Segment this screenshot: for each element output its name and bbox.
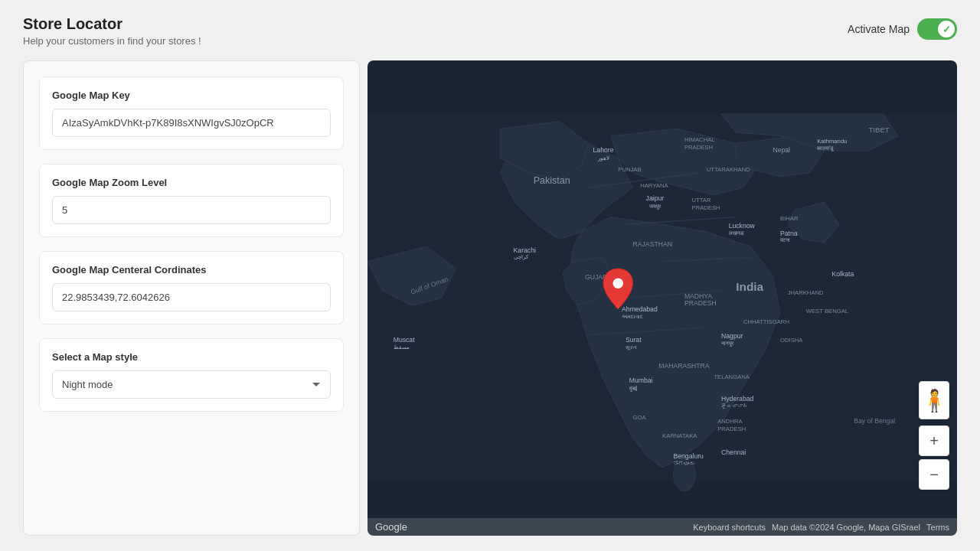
zoom-level-section: Google Map Zoom Level (39, 164, 344, 237)
svg-text:Pakistan: Pakistan (534, 175, 570, 186)
svg-point-64 (613, 279, 623, 289)
svg-text:PUNJAB: PUNJAB (618, 166, 641, 173)
map-controls: 🧍 + − (919, 381, 949, 490)
svg-text:PRADESH: PRADESH (684, 299, 717, 307)
svg-text:जयपुर: जयपुर (648, 204, 662, 210)
svg-text:لاهور: لاهور (597, 155, 609, 161)
svg-text:PRADESH: PRADESH (717, 425, 746, 432)
activate-map-toggle[interactable]: ✓ (917, 18, 957, 40)
svg-text:Patna: Patna (780, 230, 798, 237)
svg-text:ANDHRA: ANDHRA (717, 418, 743, 425)
svg-text:Nagpur: Nagpur (721, 332, 743, 340)
svg-text:WEST BENGAL: WEST BENGAL (806, 308, 849, 315)
svg-text:GOA: GOA (633, 414, 647, 421)
svg-text:PRADESH: PRADESH (692, 204, 720, 211)
svg-text:Kolkata: Kolkata (831, 270, 854, 278)
map-footer-links: Keyboard shortcuts Map data ©2024 Google… (693, 523, 949, 532)
svg-text:BIHAR: BIHAR (780, 215, 799, 222)
svg-text:MADHYA: MADHYA (684, 292, 713, 300)
svg-text:Nepal: Nepal (773, 146, 790, 154)
svg-text:Muscat: Muscat (394, 336, 415, 344)
map-style-label: Select a Map style (52, 351, 331, 363)
svg-text:Bengaluru: Bengaluru (673, 452, 704, 460)
page-subtitle: Help your customers in find your stores … (23, 35, 201, 47)
svg-text:کراچی: کراچی (514, 254, 529, 260)
center-coords-section: Google Map Centeral Cordinates (39, 251, 344, 324)
svg-text:Jaipur: Jaipur (646, 194, 665, 202)
svg-text:TIBET: TIBET (869, 126, 890, 134)
zoom-in-button[interactable]: + (919, 425, 949, 456)
center-coords-label: Google Map Centeral Cordinates (52, 264, 331, 276)
svg-text:मुंबई: मुंबई (629, 385, 638, 392)
svg-text:HARYANA: HARYANA (640, 182, 668, 189)
svg-text:India: India (736, 280, 763, 293)
svg-text:JHARKHAND: JHARKHAND (788, 289, 824, 296)
zoom-out-button[interactable]: − (919, 459, 949, 490)
svg-text:Surat: Surat (626, 336, 642, 344)
google-map-key-input[interactable] (52, 109, 331, 137)
left-panel: Google Map Key Google Map Zoom Level Goo… (23, 60, 360, 536)
svg-text:MAHARASHTRA: MAHARASHTRA (658, 362, 710, 370)
svg-text:Mumbai: Mumbai (629, 377, 653, 384)
street-view-button[interactable]: 🧍 (919, 381, 949, 419)
svg-text:लखनऊ: लखनऊ (728, 230, 744, 236)
zoom-level-input[interactable] (52, 196, 331, 224)
map-container: Pakistan Lahore لاهور Karachi کراچی Jaip… (368, 60, 957, 536)
toggle-check-icon: ✓ (942, 24, 951, 35)
svg-text:Karachi: Karachi (514, 246, 536, 254)
keyboard-shortcuts-link[interactable]: Keyboard shortcuts (693, 523, 766, 532)
minus-icon: − (929, 466, 939, 484)
activate-map-label: Activate Map (848, 23, 910, 35)
svg-text:સૂરત: સૂરત (626, 344, 637, 350)
form-container: Google Map Key Google Map Zoom Level Goo… (24, 61, 359, 535)
terms-link[interactable]: Terms (926, 523, 949, 532)
map-style-section: Select a Map style Night mode Standard S… (39, 338, 344, 412)
svg-text:హైదరాబాద్: హైదరాబాద్ (721, 403, 748, 409)
svg-text:PRADESH: PRADESH (684, 144, 713, 151)
svg-text:नागपुर: नागपुर (720, 341, 734, 347)
svg-text:અમદાવાદ: અમદાવાદ (622, 314, 643, 319)
svg-text:Hyderabad: Hyderabad (721, 395, 754, 403)
header: Store Locator Help your customers in fin… (23, 15, 957, 47)
svg-text:ಬೆಂಗಳೂರು: ಬೆಂಗಳೂರು (673, 461, 694, 466)
svg-text:RAJASTHAN: RAJASTHAN (633, 240, 672, 248)
center-coords-input[interactable] (52, 283, 331, 311)
google-map-key-section: Google Map Key (39, 77, 344, 150)
svg-text:ODISHA: ODISHA (780, 337, 803, 344)
svg-text:Kathmandu: Kathmandu (817, 138, 847, 145)
svg-text:Ahmedabad: Ahmedabad (622, 305, 658, 313)
svg-text:TELANGANA: TELANGANA (714, 373, 750, 380)
map-data-text: Map data ©2024 Google, Mapa GISrael (772, 523, 920, 532)
svg-text:CHHATTISGARH: CHHATTISGARH (743, 318, 789, 325)
person-icon: 🧍 (921, 388, 948, 413)
map-style-select[interactable]: Night mode Standard Satellite Terrain (52, 370, 331, 399)
google-map-key-label: Google Map Key (52, 90, 331, 101)
map-footer: Google Keyboard shortcuts Map data ©2024… (368, 518, 957, 536)
svg-text:Bay of Bengal: Bay of Bengal (854, 417, 895, 425)
svg-text:पटना: पटना (779, 237, 790, 243)
svg-text:HIMACHAL: HIMACHAL (684, 136, 715, 143)
main-content: Google Map Key Google Map Zoom Level Goo… (23, 60, 957, 536)
svg-text:Lahore: Lahore (593, 146, 614, 154)
svg-text:Chennai: Chennai (721, 448, 746, 456)
svg-text:काठमांडू: काठमांडू (816, 145, 834, 152)
plus-icon: + (929, 432, 939, 450)
svg-text:KARNATAKA: KARNATAKA (662, 432, 697, 439)
svg-text:UTTAR: UTTAR (692, 197, 711, 204)
svg-text:مسقط: مسقط (394, 344, 410, 350)
google-logo: Google (375, 521, 407, 533)
svg-text:UTTARAKHAND: UTTARAKHAND (707, 166, 751, 173)
map-svg: Pakistan Lahore لاهور Karachi کراچی Jaip… (368, 60, 957, 536)
zoom-level-label: Google Map Zoom Level (52, 177, 331, 188)
svg-text:Lucknow: Lucknow (729, 222, 756, 230)
page-title: Store Locator (23, 15, 201, 33)
